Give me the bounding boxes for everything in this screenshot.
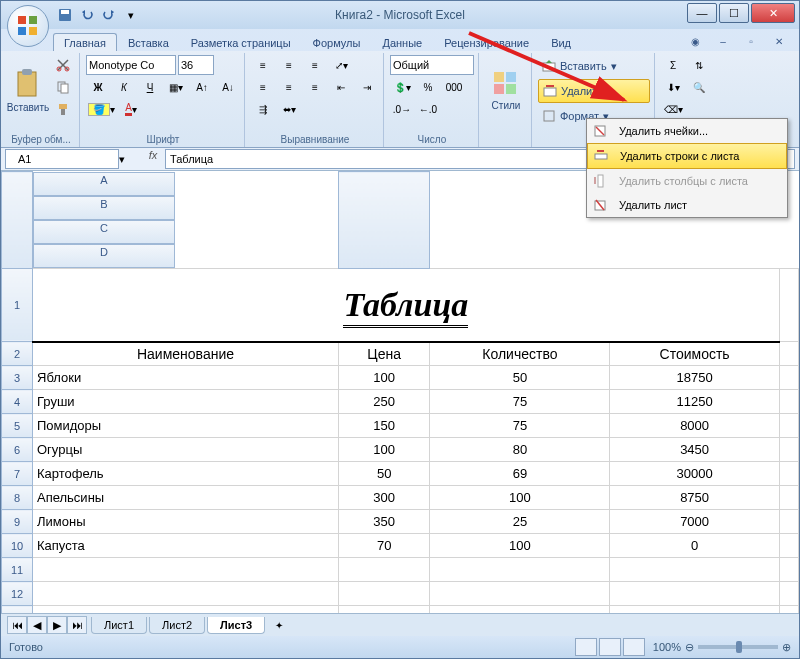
cell[interactable]: Количество	[430, 342, 610, 366]
namebox-dropdown[interactable]: ▾	[119, 153, 125, 166]
col-header-b[interactable]: B	[33, 196, 175, 220]
styles-button[interactable]: Стили	[485, 55, 527, 125]
sheet-tab[interactable]: Лист1	[91, 617, 147, 634]
dec-decimal-button[interactable]: ←.0	[416, 99, 440, 119]
cell[interactable]: 80	[430, 438, 610, 462]
view-page-layout[interactable]	[599, 638, 621, 656]
cell[interactable]: 25	[430, 510, 610, 534]
cell[interactable]: 0	[610, 534, 779, 558]
cell[interactable]	[610, 558, 779, 582]
menu-item[interactable]: Удалить ячейки...	[587, 119, 787, 143]
view-page-break[interactable]	[623, 638, 645, 656]
copy-button[interactable]	[51, 77, 75, 97]
spreadsheet-grid[interactable]: A B C D 1 Таблица 2 Наименование Цена Ко…	[1, 171, 799, 613]
qat-save[interactable]	[55, 5, 75, 25]
cell[interactable]	[610, 582, 779, 606]
cell[interactable]	[33, 582, 339, 606]
row-header[interactable]: 2	[2, 342, 33, 366]
sheet-tab[interactable]: Лист2	[149, 617, 205, 634]
font-size-input[interactable]	[178, 55, 214, 75]
tab-рецензирование[interactable]: Рецензирование	[433, 33, 540, 51]
menu-item[interactable]: Удалить лист	[587, 193, 787, 217]
cell[interactable]: 300	[339, 486, 430, 510]
tab-вставка[interactable]: Вставка	[117, 33, 180, 51]
cell[interactable]: 30000	[610, 462, 779, 486]
cut-button[interactable]	[51, 55, 75, 75]
cell[interactable]	[339, 606, 430, 614]
office-button[interactable]	[7, 5, 49, 47]
align-center-button[interactable]: ≡	[277, 77, 301, 97]
shrink-font-button[interactable]: A↓	[216, 77, 240, 97]
cell[interactable]: Апельсины	[33, 486, 339, 510]
row-header[interactable]: 7	[2, 462, 33, 486]
font-color-button[interactable]: A▾	[119, 99, 143, 119]
cell[interactable]: Яблоки	[33, 366, 339, 390]
cell[interactable]: Стоимость	[610, 342, 779, 366]
grow-font-button[interactable]: A↑	[190, 77, 214, 97]
row-header[interactable]: 11	[2, 558, 33, 582]
row-header[interactable]: 1	[2, 268, 33, 342]
sort-filter-button[interactable]: ⇅	[687, 55, 711, 75]
tab-главная[interactable]: Главная	[53, 33, 117, 51]
cell[interactable]: Картофель	[33, 462, 339, 486]
zoom-in[interactable]: ⊕	[782, 641, 791, 654]
col-header-a[interactable]: A	[33, 172, 175, 196]
close-button[interactable]: ✕	[751, 3, 795, 23]
zoom-out[interactable]: ⊖	[685, 641, 694, 654]
sheet-prev[interactable]: ◀	[27, 616, 47, 634]
menu-item[interactable]: Удалить строки с листа	[587, 143, 787, 169]
cell[interactable]: 100	[430, 534, 610, 558]
cell[interactable]: Наименование	[33, 342, 339, 366]
view-normal[interactable]	[575, 638, 597, 656]
bold-button[interactable]: Ж	[86, 77, 110, 97]
title-cell[interactable]: Таблица	[33, 268, 780, 342]
cell[interactable]: 8000	[610, 414, 779, 438]
mdi-restore[interactable]: ▫	[739, 31, 763, 51]
font-name-input[interactable]	[86, 55, 176, 75]
cell[interactable]: 69	[430, 462, 610, 486]
cell[interactable]: 11250	[610, 390, 779, 414]
row-header[interactable]: 10	[2, 534, 33, 558]
cell[interactable]: 150	[339, 414, 430, 438]
cell[interactable]: Огурцы	[33, 438, 339, 462]
currency-button[interactable]: 💲▾	[390, 77, 414, 97]
help-button[interactable]: ◉	[683, 31, 707, 51]
sheet-tab[interactable]: Лист3	[207, 617, 265, 634]
cell[interactable]: 7000	[610, 510, 779, 534]
format-painter-button[interactable]	[51, 99, 75, 119]
mdi-minimize[interactable]: –	[711, 31, 735, 51]
insert-cells-button[interactable]: Вставить▾	[538, 55, 648, 77]
zoom-slider[interactable]	[698, 645, 778, 649]
mdi-close[interactable]: ✕	[767, 31, 791, 51]
row-header[interactable]: 4	[2, 390, 33, 414]
qat-undo[interactable]	[77, 5, 97, 25]
row-header[interactable]: 5	[2, 414, 33, 438]
cell[interactable]: 100	[339, 438, 430, 462]
align-middle-button[interactable]: ≡	[277, 55, 301, 75]
cell[interactable]: 100	[430, 486, 610, 510]
cell[interactable]: 75	[430, 390, 610, 414]
cell[interactable]: 3450	[610, 438, 779, 462]
cell[interactable]	[33, 558, 339, 582]
fill-color-button[interactable]: 🪣▾	[86, 99, 117, 119]
inc-decimal-button[interactable]: .0→	[390, 99, 414, 119]
qat-customize[interactable]: ▾	[121, 5, 141, 25]
cell[interactable]: Лимоны	[33, 510, 339, 534]
delete-cells-button[interactable]: Удалить▾	[538, 79, 650, 103]
cell[interactable]: 70	[339, 534, 430, 558]
name-box[interactable]: A1	[5, 149, 119, 169]
cell[interactable]	[339, 582, 430, 606]
percent-button[interactable]: %	[416, 77, 440, 97]
align-top-button[interactable]: ≡	[251, 55, 275, 75]
cell[interactable]	[339, 558, 430, 582]
sheet-next[interactable]: ▶	[47, 616, 67, 634]
tab-формулы[interactable]: Формулы	[302, 33, 372, 51]
wrap-text-button[interactable]: ⇶	[251, 99, 275, 119]
row-header[interactable]: 13	[2, 606, 33, 614]
cell[interactable]: Помидоры	[33, 414, 339, 438]
cell[interactable]	[33, 606, 339, 614]
tab-данные[interactable]: Данные	[371, 33, 433, 51]
zoom-level[interactable]: 100%	[653, 641, 681, 653]
find-button[interactable]: 🔍	[687, 77, 711, 97]
cell[interactable]	[610, 606, 779, 614]
